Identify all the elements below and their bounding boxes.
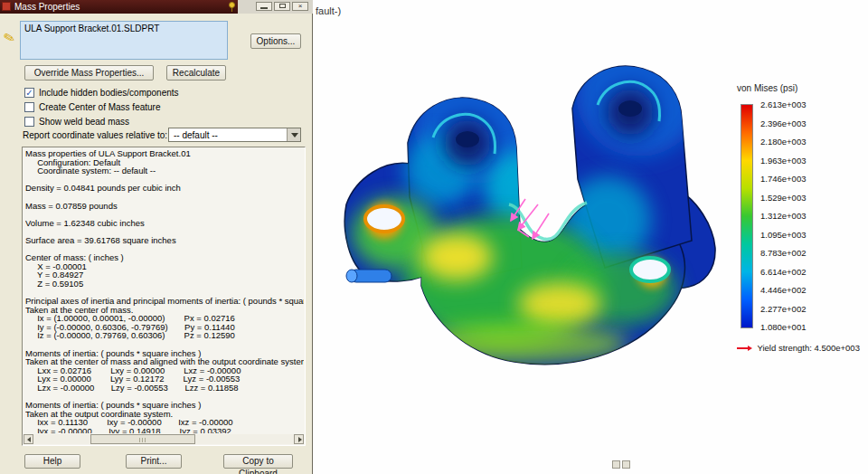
- legend-tick: 2.613e+003: [760, 100, 806, 109]
- mass-properties-dialog: Mass Properties × ✎ ULA Support Bracket.…: [0, 0, 313, 474]
- weld-bead-checkbox[interactable]: [24, 117, 34, 127]
- chevron-down-icon[interactable]: [287, 128, 300, 141]
- corner-icon[interactable]: [612, 460, 620, 469]
- pin-feature: [346, 270, 392, 282]
- center-of-mass-label: Create Center of Mass feature: [39, 102, 161, 112]
- scroll-left-icon[interactable]: [24, 434, 33, 444]
- options-button[interactable]: Options...: [250, 33, 301, 49]
- horizontal-scrollbar[interactable]: [24, 434, 304, 444]
- dialog-titlebar[interactable]: Mass Properties: [0, 0, 238, 14]
- mass-properties-results[interactable]: Mass properties of ULA Support Bracket.0…: [22, 147, 306, 446]
- legend-labels: 2.613e+003 2.396e+003 2.180e+003 1.963e+…: [760, 100, 806, 332]
- help-button[interactable]: Help: [24, 454, 80, 469]
- document-title-fragment: fault-): [316, 5, 341, 16]
- fea-model[interactable]: [332, 52, 739, 387]
- legend-tick: 8.783e+002: [760, 249, 806, 258]
- legend-tick: 1.312e+003: [760, 212, 806, 221]
- annotate-pencil-icon: ✎: [2, 29, 17, 48]
- yield-arrow-icon: [737, 343, 752, 353]
- yield-strength-label: Yield strength: 4.500e+003: [757, 343, 859, 353]
- corner-icon[interactable]: [622, 460, 630, 469]
- copy-to-clipboard-button[interactable]: Copy to Clipboard: [223, 454, 293, 469]
- dialog-title: Mass Properties: [14, 2, 80, 12]
- legend-tick: 2.396e+003: [760, 119, 806, 128]
- restore-button[interactable]: [274, 2, 290, 11]
- legend-tick: 2.277e+002: [760, 305, 806, 314]
- center-of-mass-checkbox[interactable]: [24, 102, 34, 112]
- legend-tick: 1.529e+003: [760, 194, 806, 203]
- legend-tick: 1.095e+003: [760, 231, 806, 240]
- legend-tick: 6.614e+002: [760, 268, 806, 277]
- close-button[interactable]: ×: [292, 2, 308, 11]
- scrollbar-thumb[interactable]: [90, 434, 195, 444]
- weld-bead-label: Show weld bead mass: [39, 117, 129, 127]
- viewport-corner-controls[interactable]: [612, 456, 632, 472]
- app-icon: [2, 2, 11, 11]
- minimize-button[interactable]: [256, 2, 272, 11]
- legend-tick: 1.963e+003: [760, 156, 806, 166]
- legend-tick: 1.080e+001: [760, 323, 806, 332]
- legend-tick: 2.180e+003: [760, 137, 806, 147]
- report-coordinates-label: Report coordinate values relative to:: [23, 130, 167, 140]
- include-hidden-label: Include hidden bodies/components: [39, 88, 179, 98]
- von-mises-legend: von Mises (psi) 2.613e+003 2.396e+003 2.…: [737, 83, 865, 353]
- coordinate-system-value: -- default --: [174, 130, 218, 140]
- dialog-body: ✎ ULA Support Bracket.01.SLDPRT Options.…: [0, 14, 312, 474]
- legend-gradient: [741, 104, 753, 328]
- coordinate-system-select[interactable]: -- default --: [168, 128, 301, 142]
- results-text: Mass properties of ULA Support Bracket.0…: [25, 149, 304, 433]
- recalculate-button[interactable]: Recalculate: [166, 65, 226, 81]
- override-mass-properties-button[interactable]: Override Mass Properties...: [24, 65, 154, 81]
- pushpin-icon[interactable]: [228, 2, 236, 12]
- print-button[interactable]: Print...: [126, 454, 182, 469]
- yield-strength-row: Yield strength: 4.500e+003: [737, 343, 865, 353]
- legend-title: von Mises (psi): [737, 83, 865, 93]
- include-hidden-checkbox[interactable]: [24, 88, 34, 98]
- legend-tick: 4.446e+002: [760, 286, 806, 295]
- legend-tick: 1.746e+003: [760, 175, 806, 184]
- graphics-area[interactable]: fault-): [314, 0, 868, 474]
- window-controls-strip: ×: [238, 0, 313, 14]
- scroll-right-icon[interactable]: [294, 434, 304, 444]
- selected-item-field[interactable]: ULA Support Bracket.01.SLDPRT: [20, 21, 228, 60]
